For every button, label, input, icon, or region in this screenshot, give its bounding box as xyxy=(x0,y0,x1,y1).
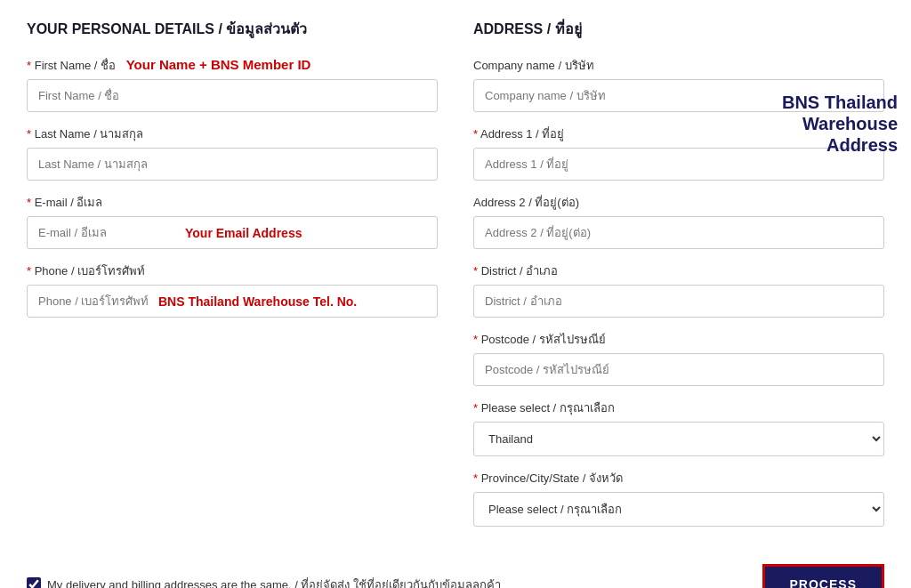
email-group: * E-mail / อีเมล Your Email Address xyxy=(27,193,438,249)
first-name-input[interactable] xyxy=(27,79,438,112)
district-label: * District / อำเภอ xyxy=(473,262,884,280)
address-section-title: ADDRESS / ที่อยู่ xyxy=(473,18,884,40)
email-label: * E-mail / อีเมล xyxy=(27,193,438,212)
form-container: YOUR PERSONAL DETAILS / ข้อมูลส่วนตัว * … xyxy=(27,18,884,539)
page-wrapper: YOUR PERSONAL DETAILS / ข้อมูลส่วนตัว * … xyxy=(0,0,911,588)
first-name-annotation: Your Name + BNS Member ID xyxy=(126,57,311,72)
email-annotation: Your Email Address xyxy=(185,226,302,240)
company-name-label: Company name / บริษัท xyxy=(473,56,884,75)
country-select[interactable]: Thailand Other xyxy=(473,422,884,456)
bottom-bar: My delivery and billing addresses are th… xyxy=(27,555,884,588)
province-select[interactable]: Please select / กรุณาเลือก xyxy=(473,492,884,527)
postcode-input[interactable] xyxy=(473,353,884,386)
country-label: * Please select / กรุณาเลือก xyxy=(473,399,884,417)
country-group: * Please select / กรุณาเลือก Thailand Ot… xyxy=(473,399,884,456)
last-name-label: * Last Name / นามสกุล xyxy=(27,125,438,143)
address2-label: Address 2 / ที่อยู่(ต่อ) xyxy=(473,193,884,212)
phone-annotation: BNS Thailand Warehouse Tel. No. xyxy=(158,294,357,309)
province-group: * Province/City/State / จังหวัด Please s… xyxy=(473,469,884,527)
province-label: * Province/City/State / จังหวัด xyxy=(473,469,884,487)
district-group: * District / อำเภอ xyxy=(473,262,884,318)
first-name-label: * First Name / ชื่อ Your Name + BNS Memb… xyxy=(27,56,438,75)
same-address-checkbox-label[interactable]: My delivery and billing addresses are th… xyxy=(27,576,501,589)
address2-group: Address 2 / ที่อยู่(ต่อ) xyxy=(473,193,884,249)
personal-section: YOUR PERSONAL DETAILS / ข้อมูลส่วนตัว * … xyxy=(27,18,438,539)
warehouse-annotation: BNS ThailandWarehouseAddress xyxy=(782,92,898,156)
address2-input[interactable] xyxy=(473,216,884,249)
last-name-input[interactable] xyxy=(27,148,438,181)
first-name-group: * First Name / ชื่อ Your Name + BNS Memb… xyxy=(27,56,438,112)
process-button[interactable]: PROCESS xyxy=(762,564,884,588)
postcode-group: * Postcode / รหัสไปรษณีย์ xyxy=(473,330,884,386)
last-name-group: * Last Name / นามสกุล xyxy=(27,125,438,181)
postcode-label: * Postcode / รหัสไปรษณีย์ xyxy=(473,330,884,349)
phone-label: * Phone / เบอร์โทรศัพท์ xyxy=(27,262,438,280)
address-section: ADDRESS / ที่อยู่ BNS ThailandWarehouseA… xyxy=(473,18,884,539)
same-address-text: My delivery and billing addresses are th… xyxy=(47,576,501,589)
district-input[interactable] xyxy=(473,285,884,318)
phone-group: * Phone / เบอร์โทรศัพท์ BNS Thailand War… xyxy=(27,262,438,318)
personal-section-title: YOUR PERSONAL DETAILS / ข้อมูลส่วนตัว xyxy=(27,18,438,40)
same-address-checkbox[interactable] xyxy=(27,577,41,588)
